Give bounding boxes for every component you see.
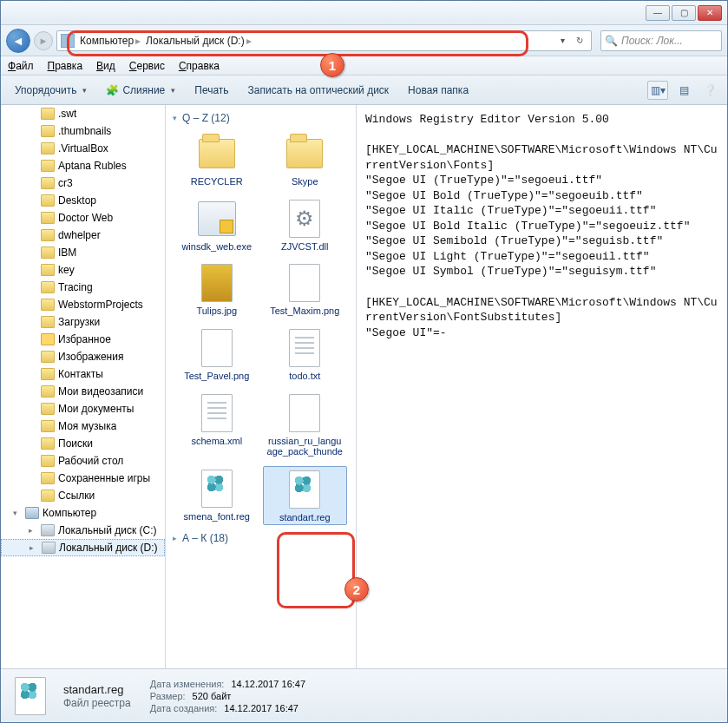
folder-icon [41, 385, 55, 398]
file-item[interactable]: Test_Pavel.png [174, 325, 259, 384]
tree-item[interactable]: Мои видеозаписи [1, 383, 165, 400]
arrow-left-icon: ◄ [12, 34, 24, 48]
tree-item[interactable]: Desktop [1, 192, 165, 209]
folder-icon [41, 490, 55, 502]
help-button[interactable]: ❔ [699, 81, 720, 100]
menu-edit[interactable]: Правка [48, 60, 83, 72]
file-item[interactable]: Skype [263, 131, 348, 189]
file-item[interactable]: russian_ru_language_pack_thunde [263, 391, 348, 459]
refresh-button[interactable]: ↻ [572, 33, 587, 49]
preview-pane-button[interactable]: ▤ [673, 81, 694, 100]
search-input[interactable]: 🔍 Поиск: Лок... [600, 30, 722, 51]
tree-item[interactable]: ▾Компьютер [1, 504, 165, 522]
menu-view[interactable]: Вид [96, 60, 115, 72]
tree-item[interactable]: Моя музыка [1, 417, 165, 435]
tree-item-label: Избранное [58, 333, 111, 345]
folder-icon [41, 403, 55, 415]
file-item[interactable]: smena_font.reg [174, 466, 259, 526]
maximize-button[interactable]: ▢ [672, 5, 696, 21]
close-button[interactable]: ✕ [698, 5, 722, 21]
tree-item[interactable]: key [1, 261, 165, 279]
minimize-button[interactable]: — [646, 5, 670, 21]
merge-button[interactable]: 🧩 Слияние [99, 82, 182, 99]
tree-item[interactable]: dwhelper [1, 227, 165, 244]
menu-file[interactable]: Файл [8, 60, 34, 72]
tree-item[interactable]: ▸Локальный диск (C:) [1, 522, 165, 539]
tree-item[interactable]: Изображения [1, 348, 165, 365]
tree-item[interactable]: Сохраненные игры [1, 470, 165, 487]
tree-item[interactable]: Загрузки [1, 313, 165, 331]
merge-icon: 🧩 [106, 84, 119, 96]
file-name-label: ZJVCST.dll [281, 241, 328, 253]
file-item[interactable]: Tulips.jpg [174, 260, 259, 319]
tree-item[interactable]: .swt [1, 105, 165, 122]
menu-help[interactable]: Справка [179, 60, 220, 72]
forward-button[interactable]: ► [34, 31, 53, 50]
tree-item[interactable]: IBM [1, 244, 165, 261]
tree-item[interactable]: Doctor Web [1, 209, 165, 227]
chevron-right-icon[interactable]: ▸ [135, 35, 141, 47]
command-toolbar: Упорядочить 🧩 Слияние Печать Записать на… [1, 76, 727, 105]
tree-item[interactable]: Мои документы [1, 400, 165, 417]
tree-twisty-icon[interactable]: ▸ [29, 526, 37, 535]
menu-tools[interactable]: Сервис [129, 60, 165, 72]
file-item[interactable]: winsdk_web.exe [174, 196, 259, 254]
folder-icon [41, 420, 55, 432]
file-name-label: russian_ru_language_pack_thunde [266, 436, 344, 457]
tree-item[interactable]: .thumbnails [1, 122, 165, 140]
tree-item[interactable]: Ссылки [1, 487, 165, 504]
menu-bar: Файл Правка Вид Сервис Справка [1, 56, 727, 76]
fav-icon [41, 333, 55, 345]
file-item[interactable]: schema.xml [174, 391, 259, 459]
disk-icon [42, 542, 56, 554]
breadcrumb-drive[interactable]: Локальный диск (D:) ▸ [146, 35, 252, 47]
organize-button[interactable]: Упорядочить [8, 82, 94, 99]
merge-label: Слияние [122, 84, 165, 96]
tree-item[interactable]: cr3 [1, 174, 165, 192]
reg-icon [196, 468, 238, 509]
page-icon [284, 262, 325, 304]
tree-item[interactable]: WebstormProjects [1, 296, 165, 313]
address-dropdown-button[interactable]: ▾ [554, 33, 570, 49]
print-button[interactable]: Печать [187, 82, 235, 99]
group-header-ak[interactable]: А – К (18) [171, 529, 351, 548]
address-bar[interactable]: Компьютер ▸ Локальный диск (D:) ▸ ▾ ↻ [56, 30, 592, 51]
tree-item[interactable]: Контакты [1, 365, 165, 383]
file-item[interactable]: RECYCLER [174, 131, 259, 189]
tree-item-label: Моя музыка [58, 420, 116, 432]
file-list[interactable]: Q – Z (12) RECYCLERSkypewinsdk_web.exeZJ… [166, 105, 357, 668]
tree-item[interactable]: Поиски [1, 435, 165, 452]
file-item[interactable]: standart.reg [263, 466, 348, 526]
tree-twisty-icon[interactable]: ▾ [13, 509, 22, 517]
file-item[interactable]: todo.txt [263, 325, 348, 384]
new-folder-button[interactable]: Новая папка [401, 82, 475, 99]
view-mode-button[interactable]: ▥▾ [647, 81, 668, 100]
tree-item[interactable]: Рабочий стол [1, 452, 165, 470]
tree-twisty-icon[interactable]: ▸ [30, 543, 38, 552]
folder-tree[interactable]: .swt.thumbnails.VirtualBoxAptana Rublesc… [1, 105, 166, 668]
arrow-right-icon: ► [39, 36, 49, 46]
file-item[interactable]: ZJVCST.dll [263, 196, 348, 254]
window-titlebar: — ▢ ✕ [1, 1, 727, 25]
tree-item[interactable]: Избранное [1, 331, 165, 348]
file-name-label: winsdk_web.exe [181, 241, 252, 253]
file-item[interactable]: Test_Maxim.png [263, 260, 348, 319]
burn-button[interactable]: Записать на оптический диск [241, 82, 397, 99]
tree-item[interactable]: Tracing [1, 279, 165, 296]
search-icon: 🔍 [605, 35, 618, 47]
view-icon: ▥ [651, 84, 660, 96]
tree-item-label: Контакты [58, 368, 103, 380]
tree-item-label: Локальный диск (D:) [59, 542, 158, 554]
tree-item-label: .thumbnails [58, 125, 111, 137]
folder-icon [41, 351, 55, 363]
folder-icon [41, 246, 55, 259]
back-button[interactable]: ◄ [6, 29, 30, 53]
tree-item[interactable]: ▸Локальный диск (D:) [1, 539, 165, 556]
details-mod-value: 14.12.2017 16:47 [231, 679, 305, 689]
group-header-qz[interactable]: Q – Z (12) [171, 108, 351, 128]
tree-item[interactable]: .VirtualBox [1, 140, 165, 157]
folder-icon [41, 177, 55, 189]
breadcrumb-computer[interactable]: Компьютер ▸ [80, 35, 141, 47]
tree-item[interactable]: Aptana Rubles [1, 157, 165, 174]
chevron-right-icon[interactable]: ▸ [246, 35, 252, 47]
